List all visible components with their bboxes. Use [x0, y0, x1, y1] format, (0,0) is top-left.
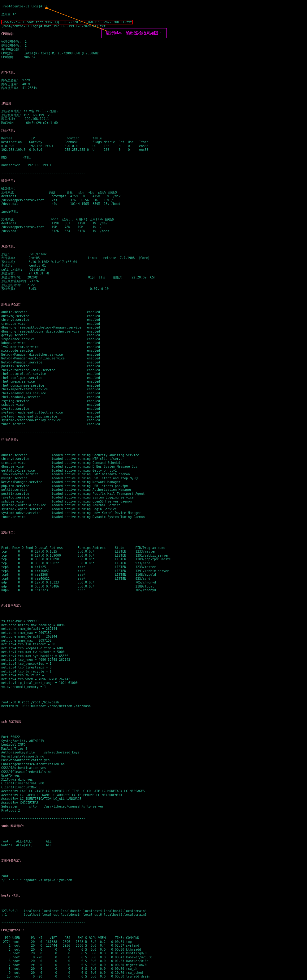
svc-block: auditd.service enabledautovt@.service en… [1, 310, 172, 426]
output-line: rhel-import-state.service enabled [1, 388, 172, 391]
output-line: 系统: GNU/Linux [1, 253, 172, 256]
blank [1, 612, 172, 616]
mem-info-block: 内存总容量: 972M内存已使用: 401M内存使用率: 41.2551% [1, 78, 172, 90]
annotation-text: 运行脚本，输出巡检结果如图： [106, 30, 162, 35]
output-line: 磁盘使用: [1, 187, 172, 191]
output-line: udp 0 0 127.0.0.1:323 0.0.0.0:* 705/chro… [1, 581, 172, 585]
output-line: NetworkManager.service loaded active run… [1, 480, 172, 484]
output-line: 系统语言: zh_CN.UTF-8 [1, 272, 172, 276]
divider: ----------------------------------------… [1, 886, 172, 890]
divider: ----------------------------------------… [1, 523, 172, 527]
file-listing-highlight: -rw-r--r-- 1 root root 9987 1月 11 22:20 … [1, 20, 133, 25]
output-line: crond.service loaded active running Comm… [1, 461, 172, 465]
output-line: systemd-logind.service loaded active run… [1, 508, 172, 511]
output-line: AcceptEnv XMODIFIERS [1, 801, 172, 805]
output-line: X11Forwarding yes [1, 778, 172, 782]
dns-header: DNS 信息: [1, 156, 172, 160]
output-line: postfix.service enabled [1, 364, 172, 368]
output-line: polkit.service loaded active running Aut… [1, 488, 172, 492]
output-line: net.ipv4.tcp_max_tw_buckets = 5000 [1, 650, 172, 654]
kernel-block: fs.file-max = 999999net.core.netdev_max_… [1, 619, 172, 689]
sudo-block: root ALL=(ALL) ALL%wheel ALL=(ALL) ALL [1, 840, 172, 847]
divider: ----------------------------------------… [1, 596, 172, 600]
output-line: udp6 0 0 ::1:323 :::* 705/chronyd [1, 589, 172, 592]
output-line: Kernel IP routing table [1, 137, 172, 141]
output-line: php-fpm.service loaded active running LS… [1, 484, 172, 488]
disk-block: 磁盘使用:文件系统 类型 容量 已用 可用 已用% 挂载点devtmpfs de… [1, 187, 172, 206]
svc-header: 服务启动配置: [1, 302, 172, 307]
divider: ----------------------------------------… [1, 430, 172, 434]
output-line: /dev/mapper/centos-root xfs 37G 6.5G 31G… [1, 199, 172, 202]
output-line: tcp6 0 0 :::3306 :::* LISTEN 1168/mysqld [1, 573, 172, 577]
output-line: net.core.rmem_max = 2097152 [1, 631, 172, 635]
output-line: rhel-loadmodules.service enabled [1, 391, 172, 396]
output-line: systemd-readahead-replay.service enabled [1, 418, 172, 422]
mem-info-header: 内存信息: [1, 71, 172, 75]
output-line: NetworkManager-wait-online.service enabl… [1, 356, 172, 361]
output-line: getty@tty1.service loaded active running… [1, 469, 172, 473]
output-line: sshd.service enabled [1, 403, 172, 407]
output-line: GSSAPIAuthentication yes [1, 766, 172, 770]
output-line: tcp 0 0 0.0.0.0:10090 0.0.0.0:* LISTEN 1… [1, 558, 172, 562]
dns-line: nameserver 192.168.199.1 [1, 164, 172, 167]
output-line: 7 root rt 0 0 0 0 S 0.0 0.0 0:00.00 migr… [1, 963, 172, 967]
output-line: 6 root 20 0 0 0 0 S 0.0 0.0 0:01.03 kwor… [1, 959, 172, 963]
output-line: tuned.service loaded active running Dyna… [1, 515, 172, 519]
output-line: 1 root 20 0 125444 3956 2600 S 0.0 0.4 0… [1, 944, 172, 948]
output-line: net.ipv4.tcp_wmem = 4096 32768 262142 [1, 678, 172, 681]
output-line: lvm2-lvmetad.service loaded active runni… [1, 473, 172, 477]
disk-header: 磁盘使用: [1, 179, 172, 183]
output-line: root ALL=(ALL) ALL [1, 840, 172, 844]
divider: ----------------------------------------… [1, 237, 172, 241]
divider: ----------------------------------------… [1, 295, 172, 299]
divider: ----------------------------------------… [1, 94, 172, 98]
output-line: tcp6 0 0 :::60022 :::* LISTEN 933/sshd [1, 577, 172, 581]
output-line: net.core.wmem_default = 262144 [1, 635, 172, 639]
output-line: tcp 0 0 0.0.0.0:60022 0.0.0.0:* LISTEN 9… [1, 562, 172, 566]
output-line: net.core.netdev_max_backlog = 8096 [1, 624, 172, 627]
output-line: 9 root 20 0 0 0 0 S 0.0 0.0 0:10.70 rcu_… [1, 971, 172, 975]
output-line: 2 root 20 0 0 0 0 S 0.0 0.0 0:00.00 kthr… [1, 948, 172, 952]
output-line: devtmpfs devtmpfs 475M 0 475M 0% /dev [1, 194, 172, 199]
output-line: /dev/mapper/centos-root 19M 78K 19M 1% / [1, 225, 172, 229]
output-line: Protocol 2 [1, 809, 172, 813]
output-line: 系统内核: 3.10.0-1062.9.1.el7.x86_64 [1, 260, 172, 264]
output-line: dbus.service loaded active running D-Bus… [1, 465, 172, 469]
output-line: systemd-readahead-drop.service enabled [1, 415, 172, 419]
output-line: net.core.rmem_default = 262144 [1, 627, 172, 631]
blank [1, 538, 172, 542]
running-block: auditd.service loaded active running Sec… [1, 453, 172, 519]
sudo-header: sudo 配置用户: [1, 824, 172, 828]
output-line: /dev/sda1 512K 334 512K 1% /boot [1, 229, 172, 233]
output-line: rhel-readonly.service enabled [1, 395, 172, 399]
output-line: chronyd.service loaded active running NT… [1, 457, 172, 461]
output-line: SyslogFacility AUTHPRIV [1, 739, 172, 743]
output-line: net.core.wmem_max = 2097152 [1, 639, 172, 643]
cron-block: root*/1 * * * * ntpdate -s ntp1.aliyun.c… [1, 874, 172, 882]
output-line: Bertram:x:1000:1000:root:/home/Bertram:/… [1, 704, 172, 708]
cpu-info-block: 物理CPU个数: 1逻辑CPU个数: 1每CPU核心数: 1CPU型号: Int… [1, 40, 172, 59]
output-line: PermitEmptyPasswords no [1, 755, 172, 759]
listen-block: Proto Recv-Q Send-Q Local Address Foreig… [1, 546, 172, 592]
output-line: 系统公网地址: XX.x省.xl.市.x,近区, [1, 110, 172, 113]
output-line: systemd-journald.service loaded active r… [1, 503, 172, 508]
blank [1, 445, 172, 450]
terminal-output: [root@centos-01 logs]# ll 总用量 12 -rw-r--… [0, 0, 173, 980]
output-line: AcceptEnv LANG LC_CTYPE LC_NUMERIC LC_TI… [1, 789, 172, 793]
running-header: 运行的服务: [1, 438, 172, 442]
output-line: NetworkManager.service enabled [1, 361, 172, 365]
divider: ----------------------------------------… [1, 921, 172, 925]
output-line: tcp6 0 0 :::10051 :::* LISTEN 1391/zabbi… [1, 569, 172, 573]
output-line: MaxAuthTries 6 [1, 747, 172, 751]
output-line: 192.168.199.0 0.0.0.0 255.255.255.0 U 10… [1, 148, 172, 152]
output-line: fs.file-max = 999999 [1, 619, 172, 624]
route-header: 路由信息: [1, 129, 172, 133]
output-line: udp 0 0 0.0.0.0:40486 0.0.0.0:* 2189/loc… [1, 585, 172, 589]
output-line: dbus-org.freedesktop.NetworkManager.serv… [1, 326, 172, 330]
output-line: irqbalance.service enabled [1, 337, 172, 342]
output-line: rhel-autorelabel.service enabled [1, 372, 172, 376]
output-line: 系统私网地址: 192.168.199.128 [1, 113, 172, 118]
output-line: lvm2-monitor.service enabled [1, 345, 172, 349]
output-line: net.ipv4.tcp_tw_reuse = 1 [1, 673, 172, 678]
output-line: MAC地址: 00:0c:29:c2:c1:d0 [1, 121, 172, 125]
